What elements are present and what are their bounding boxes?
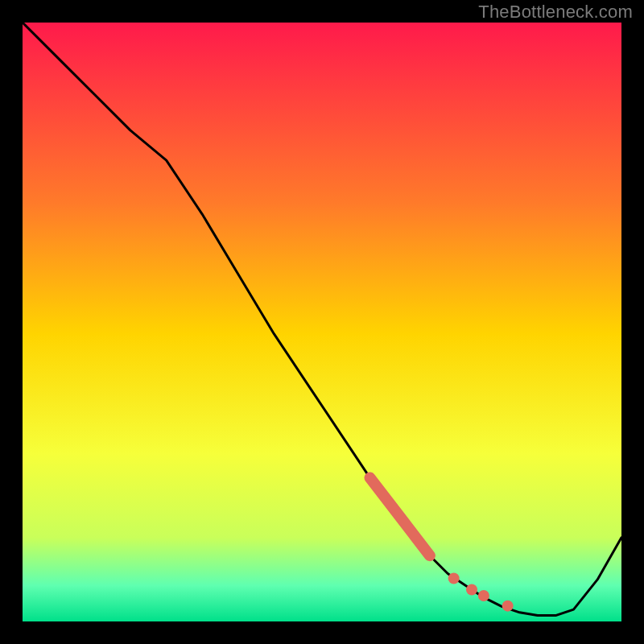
marker-dot: [448, 572, 460, 584]
bottleneck-chart: [0, 0, 644, 644]
marker-dot: [466, 584, 477, 596]
marker-dot: [478, 590, 489, 601]
marker-dot: [502, 601, 514, 612]
chart-stage: TheBottleneck.com: [0, 0, 644, 644]
watermark-text: TheBottleneck.com: [478, 2, 633, 23]
